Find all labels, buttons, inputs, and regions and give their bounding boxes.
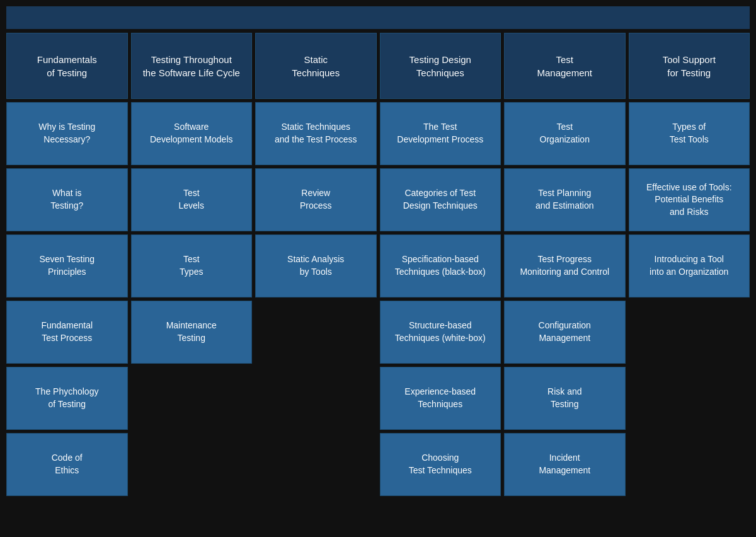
empty-col2-row4 (255, 367, 377, 430)
empty-col5-row4 (629, 367, 750, 430)
cell-col2-row2[interactable]: Static Analysisby Tools (255, 234, 377, 297)
cell-col0-row2[interactable]: Seven TestingPrinciples (6, 234, 128, 297)
col-header-4[interactable]: TestManagement (504, 33, 626, 99)
topic-grid: Fundamentalsof TestingTesting Throughout… (6, 33, 750, 496)
col-header-5[interactable]: Tool Supportfor Testing (629, 33, 750, 99)
cell-col4-row1[interactable]: Test Planningand Estimation (504, 168, 626, 231)
cell-col4-row4[interactable]: Risk andTesting (504, 367, 626, 430)
cell-col1-row1[interactable]: TestLevels (131, 168, 253, 231)
cell-col1-row3[interactable]: MaintenanceTesting (131, 301, 253, 364)
cell-col3-row0[interactable]: The TestDevelopment Process (380, 102, 501, 165)
cell-col1-row0[interactable]: SoftwareDevelopment Models (131, 102, 253, 165)
col-header-1[interactable]: Testing Throughoutthe Software Life Cycl… (131, 33, 253, 99)
col-header-3[interactable]: Testing DesignTechniques (380, 33, 501, 99)
page-header (6, 6, 750, 29)
cell-col3-row1[interactable]: Categories of TestDesign Techniques (380, 168, 501, 231)
empty-col5-row5 (629, 433, 750, 496)
cell-col4-row0[interactable]: TestOrganization (504, 102, 626, 165)
cell-col4-row3[interactable]: ConfigurationManagement (504, 301, 626, 364)
cell-col5-row0[interactable]: Types ofTest Tools (629, 102, 750, 165)
cell-col3-row2[interactable]: Specification-basedTechniques (black-box… (380, 234, 501, 297)
cell-col0-row0[interactable]: Why is TestingNecessary? (6, 102, 128, 165)
empty-col2-row5 (255, 433, 377, 496)
cell-col3-row5[interactable]: ChoosingTest Techniques (380, 433, 501, 496)
cell-col2-row1[interactable]: ReviewProcess (255, 168, 377, 231)
main-container: Fundamentalsof TestingTesting Throughout… (6, 6, 750, 496)
cell-col4-row5[interactable]: IncidentManagement (504, 433, 626, 496)
cell-col0-row4[interactable]: The Phychologyof Testing (6, 367, 128, 430)
cell-col3-row4[interactable]: Experience-basedTechniques (380, 367, 501, 430)
cell-col4-row2[interactable]: Test ProgressMonitoring and Control (504, 234, 626, 297)
cell-col3-row3[interactable]: Structure-basedTechniques (white-box) (380, 301, 501, 364)
empty-col1-row5 (131, 433, 253, 496)
empty-col1-row4 (131, 367, 253, 430)
cell-col0-row5[interactable]: Code ofEthics (6, 433, 128, 496)
col-header-2[interactable]: StaticTechniques (255, 33, 377, 99)
col-header-0[interactable]: Fundamentalsof Testing (6, 33, 128, 99)
cell-col0-row1[interactable]: What isTesting? (6, 168, 128, 231)
cell-col0-row3[interactable]: FundamentalTest Process (6, 301, 128, 364)
cell-col1-row2[interactable]: TestTypes (131, 234, 253, 297)
cell-col2-row0[interactable]: Static Techniquesand the Test Process (255, 102, 377, 165)
empty-col5-row3 (629, 301, 750, 364)
cell-col5-row2[interactable]: Introducing a Toolinto an Organization (629, 234, 750, 297)
cell-col5-row1[interactable]: Effective use of Tools:Potential Benefit… (629, 168, 750, 231)
empty-col2-row3 (255, 301, 377, 364)
